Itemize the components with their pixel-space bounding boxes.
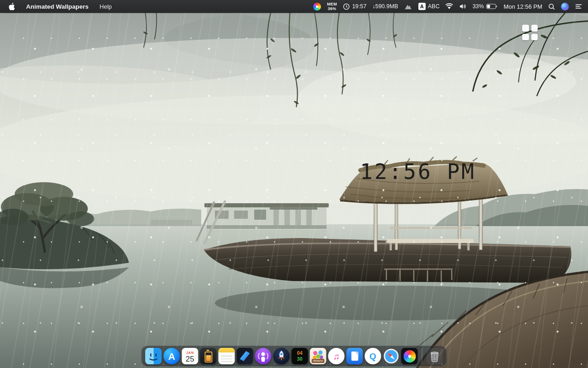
active-app-name[interactable]: Animated Wallpapers bbox=[26, 3, 89, 10]
wallpaper-clock: 12:56 PM bbox=[351, 158, 485, 185]
dock-safari-icon[interactable] bbox=[383, 348, 400, 364]
network-status-widget[interactable]: ↓590.9MB bbox=[372, 3, 398, 10]
battery-shell bbox=[204, 352, 212, 363]
app-store-letter: A bbox=[168, 352, 175, 361]
dock-battery-app-icon[interactable] bbox=[200, 348, 217, 364]
stickers-label: Stickers bbox=[312, 359, 324, 363]
input-source-label: ABC bbox=[428, 3, 440, 10]
boat bbox=[204, 238, 571, 283]
music-note-glyph: ♫ bbox=[333, 352, 339, 361]
menu-bar-clock[interactable]: Mon 12:56 PM bbox=[503, 3, 542, 10]
q-app-letter: Q bbox=[369, 352, 376, 361]
date-app-top: 04 bbox=[297, 351, 302, 356]
dock-rocket-app-icon[interactable] bbox=[273, 348, 290, 364]
search-icon[interactable] bbox=[548, 3, 555, 10]
input-source-widget[interactable]: A ABC bbox=[418, 3, 440, 10]
battery-icon bbox=[486, 4, 497, 9]
menu-bar: Animated Wallpapers Help MEM 36% 19:57 ↓… bbox=[0, 0, 588, 13]
calendar-month: JAN bbox=[186, 351, 194, 355]
timer-value: 19:57 bbox=[352, 3, 366, 10]
menu-lines-icon[interactable] bbox=[575, 3, 583, 10]
mountain-icon[interactable] bbox=[404, 3, 412, 10]
apple-menu-icon[interactable] bbox=[9, 3, 15, 11]
battery-fill bbox=[206, 355, 211, 361]
clock-icon bbox=[343, 3, 350, 10]
mem-value: 36% bbox=[328, 6, 337, 11]
dock: A JAN 25 04 30 Stickers bbox=[141, 346, 447, 367]
input-source-badge: A bbox=[418, 3, 426, 10]
dock-calendar-icon[interactable]: JAN 25 bbox=[182, 348, 198, 364]
dock-podcasts-icon[interactable] bbox=[255, 348, 272, 364]
mem-label: MEM bbox=[327, 2, 337, 6]
menu-help[interactable]: Help bbox=[100, 3, 112, 10]
dock-app-store-icon[interactable]: A bbox=[164, 348, 180, 364]
battery-percent: 33% bbox=[472, 3, 484, 10]
dock-notes-icon[interactable] bbox=[219, 348, 235, 364]
app-grid-icon[interactable] bbox=[522, 25, 538, 40]
dock-finder-icon[interactable] bbox=[145, 348, 162, 364]
dock-q-app-icon[interactable]: Q bbox=[365, 348, 381, 364]
wallpaper-scene bbox=[0, 13, 588, 368]
calendar-day: 25 bbox=[186, 355, 194, 363]
dock-documents-app-icon[interactable] bbox=[347, 348, 363, 364]
memory-status-widget[interactable]: MEM 36% bbox=[327, 2, 337, 11]
desktop: 12:56 PM A JAN 25 bbox=[0, 13, 588, 368]
battery-status-widget[interactable]: 33% bbox=[472, 3, 497, 10]
dock-music-icon[interactable]: ♫ bbox=[328, 348, 345, 364]
wifi-icon[interactable] bbox=[445, 3, 453, 10]
dock-trash-icon[interactable] bbox=[427, 348, 443, 364]
date-app-bottom: 30 bbox=[297, 357, 302, 362]
volume-icon[interactable] bbox=[459, 3, 466, 10]
dock-wallpaper-app-icon[interactable] bbox=[401, 348, 418, 364]
dock-stickers-icon[interactable]: Stickers bbox=[310, 348, 326, 364]
dock-vector-app-icon[interactable] bbox=[237, 348, 253, 364]
dock-date-app-icon[interactable]: 04 30 bbox=[292, 348, 308, 364]
siri-icon[interactable] bbox=[561, 3, 569, 11]
dock-separator bbox=[422, 348, 422, 364]
timer-status-widget[interactable]: 19:57 bbox=[343, 3, 366, 10]
pinwheel-status-icon[interactable] bbox=[313, 3, 321, 11]
